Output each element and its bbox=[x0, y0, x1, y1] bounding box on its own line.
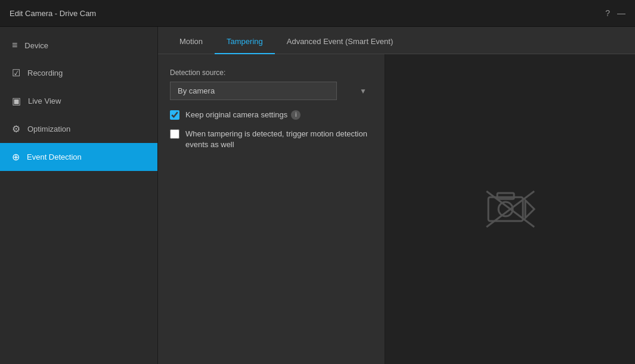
trigger-motion-row: When tampering is detected, trigger moti… bbox=[170, 129, 373, 150]
tab-tampering[interactable]: Tampering bbox=[215, 27, 275, 54]
keep-original-row: Keep original camera settings i bbox=[170, 110, 373, 120]
tabs-bar: Motion Tampering Advanced Event (Smart E… bbox=[158, 27, 635, 54]
minimize-icon[interactable]: — bbox=[617, 8, 625, 18]
sidebar: ≡ Device ☑ Recording ▣ Live View ⚙ Optim… bbox=[0, 27, 158, 364]
chevron-down-icon: ▼ bbox=[360, 87, 367, 95]
detection-source-select[interactable]: By camera By server bbox=[170, 82, 337, 100]
recording-icon: ☑ bbox=[12, 67, 20, 79]
sidebar-item-label: Optimization bbox=[27, 125, 70, 133]
sidebar-item-label: Live View bbox=[28, 97, 61, 105]
svg-rect-0 bbox=[488, 197, 523, 221]
sidebar-item-label: Recording bbox=[27, 69, 63, 77]
keep-original-checkbox[interactable] bbox=[170, 110, 179, 120]
svg-marker-3 bbox=[525, 200, 534, 218]
sidebar-item-live-view[interactable]: ▣ Live View bbox=[0, 87, 157, 115]
sidebar-item-label: Device bbox=[24, 41, 48, 50]
trigger-motion-label: When tampering is detected, trigger moti… bbox=[185, 129, 373, 150]
sidebar-item-event-detection[interactable]: ⊕ Event Detection bbox=[0, 143, 157, 171]
tab-advanced-event[interactable]: Advanced Event (Smart Event) bbox=[275, 27, 405, 54]
sidebar-item-device[interactable]: ≡ Device bbox=[0, 32, 157, 59]
keep-original-label: Keep original camera settings i bbox=[185, 110, 301, 120]
detection-source-wrapper: By camera By server ▼ bbox=[170, 82, 373, 100]
sidebar-item-label: Event Detection bbox=[27, 153, 82, 161]
device-icon: ≡ bbox=[12, 40, 17, 51]
detection-source-label: Detection source: bbox=[170, 69, 373, 77]
trigger-motion-checkbox[interactable] bbox=[170, 129, 179, 139]
camera-placeholder bbox=[385, 54, 635, 364]
event-detection-icon: ⊕ bbox=[12, 151, 20, 163]
title-bar: Edit Camera - Drive Cam ? — bbox=[0, 0, 635, 27]
form-left: Detection source: By camera By server ▼ … bbox=[158, 54, 385, 364]
sidebar-item-recording[interactable]: ☑ Recording bbox=[0, 59, 157, 87]
window-title: Edit Camera - Drive Cam bbox=[10, 9, 96, 18]
svg-rect-2 bbox=[497, 193, 514, 199]
form-area: Detection source: By camera By server ▼ … bbox=[158, 54, 635, 364]
info-icon[interactable]: i bbox=[291, 110, 301, 120]
content-area: Motion Tampering Advanced Event (Smart E… bbox=[158, 27, 635, 364]
camera-preview bbox=[385, 54, 635, 364]
main-layout: ≡ Device ☑ Recording ▣ Live View ⚙ Optim… bbox=[0, 27, 635, 364]
title-bar-controls: ? — bbox=[605, 8, 625, 18]
sidebar-item-optimization[interactable]: ⚙ Optimization bbox=[0, 115, 157, 143]
live-view-icon: ▣ bbox=[12, 95, 21, 107]
optimization-icon: ⚙ bbox=[12, 123, 20, 135]
tab-motion[interactable]: Motion bbox=[168, 27, 215, 54]
no-camera-icon bbox=[484, 188, 537, 230]
help-icon[interactable]: ? bbox=[605, 8, 610, 18]
